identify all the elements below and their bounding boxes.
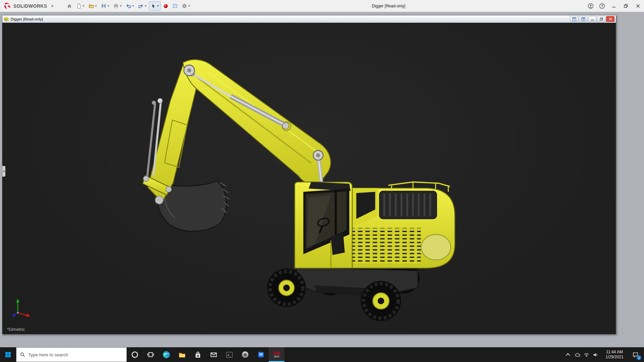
appearance-sphere-icon [163,3,168,9]
taskbar-clock[interactable]: 11:44 AM 1/29/2021 [600,350,629,360]
redo-button[interactable] [137,1,148,11]
speaker-icon [593,352,598,358]
task-view-button[interactable] [143,347,158,362]
app-button-gray[interactable] [237,347,253,362]
windows-logo-icon [5,352,11,358]
view-orientation-label: *Dimetric [7,327,25,332]
system-tray: 11:44 AM 1/29/2021 2 [564,347,644,362]
svg-text:?: ? [601,4,603,8]
print-icon [113,3,119,9]
pane-collapse-handle[interactable] [2,166,5,177]
toolbar-expand-arrow[interactable] [52,5,54,7]
window-option-button-1[interactable] [570,16,578,22]
mail-button[interactable] [206,347,221,362]
start-button[interactable] [0,347,16,362]
task-view-icon [147,351,154,358]
wifi-icon [584,352,589,358]
store-button[interactable] [190,347,206,362]
open-dropdown[interactable] [95,5,97,7]
save-button[interactable] [99,1,111,11]
undo-button[interactable] [124,1,136,11]
document-title: Digger [Read-only] [11,17,43,21]
gray-app-icon [241,351,249,359]
file-explorer-icon [178,351,186,359]
solidworks-taskbar-button[interactable]: SW 2021 [269,347,284,362]
chevron-up-icon [566,353,570,357]
blue-app-icon [257,351,265,359]
open-button[interactable] [87,1,99,11]
clock-time: 11:44 AM [600,350,629,355]
store-icon [194,351,202,359]
window-option-button-2[interactable] [579,16,587,22]
document-window-controls [570,16,614,22]
document-titlebar[interactable]: Digger [Read-only] [2,15,616,23]
document-close-button[interactable] [606,16,614,22]
hidden-icons-button[interactable] [564,347,573,362]
document-restore-icon [600,17,603,21]
notification-badge: 2 [637,355,641,360]
document-window: Digger [Read-only] [2,15,616,335]
window-pane-icon [572,17,576,21]
redo-dropdown[interactable] [145,5,147,7]
save-icon [101,3,106,9]
help-icon: ? [599,3,605,9]
terminal-icon: >_ [225,351,233,359]
print-button[interactable] [112,1,123,11]
close-icon [636,4,640,8]
undo-dropdown[interactable] [132,5,134,7]
network-tray-button[interactable] [582,347,591,362]
part-document-icon [4,16,9,22]
app-window-controls: ? [585,0,644,12]
home-button[interactable] [65,1,74,11]
select-tool-dropdown[interactable] [157,5,159,7]
graphics-viewport[interactable]: *Dimetric [2,23,616,334]
app-titlebar: SOLIDWORKS [0,0,644,12]
restore-button[interactable] [620,0,632,12]
windows-taskbar: >_ SW 2021 [0,347,644,362]
options-button[interactable] [180,1,192,11]
document-minimize-button[interactable] [588,16,596,22]
solidworks-logo[interactable]: SOLIDWORKS [0,2,54,10]
minimize-button[interactable] [608,0,620,12]
restore-icon [624,4,628,8]
save-dropdown[interactable] [107,5,109,7]
file-explorer-button[interactable] [174,347,190,362]
open-icon [89,3,94,9]
search-icon [20,352,25,357]
new-document-icon [76,3,82,9]
new-document-button[interactable] [74,1,86,11]
new-document-dropdown[interactable] [83,5,85,7]
action-center-button[interactable]: 2 [629,347,642,362]
orientation-triad[interactable] [11,297,33,317]
quick-access-toolbar [65,1,192,11]
brand-text: SOLIDWORKS [13,3,47,9]
volume-tray-button[interactable] [591,347,600,362]
mail-icon [210,351,218,359]
window-split-icon [581,17,585,21]
app-button-blue[interactable] [253,347,269,362]
redo-icon [138,3,144,9]
cortana-button[interactable] [127,347,143,362]
options-dropdown[interactable] [188,5,190,7]
print-dropdown[interactable] [120,5,122,7]
select-tool-button[interactable] [149,1,161,11]
document-properties-icon [172,3,178,9]
taskbar-search[interactable] [16,347,127,362]
appearance-button[interactable] [161,1,170,11]
account-button[interactable] [585,0,596,12]
edge-button[interactable] [158,347,174,362]
select-cursor-icon [151,3,156,9]
document-minimize-icon [591,17,594,21]
search-input[interactable] [28,352,123,357]
collapse-arrow-icon [3,170,5,173]
help-button[interactable]: ? [596,0,608,12]
mdi-area: Digger [Read-only] [0,12,644,347]
minimize-icon [612,4,616,8]
onedrive-tray-button[interactable] [573,347,582,362]
close-button[interactable] [632,0,644,12]
digger-model[interactable] [2,23,616,334]
document-restore-button[interactable] [597,16,605,22]
clock-date: 1/29/2021 [600,355,629,360]
document-properties-button[interactable] [171,1,179,11]
terminal-button[interactable]: >_ [221,347,237,362]
